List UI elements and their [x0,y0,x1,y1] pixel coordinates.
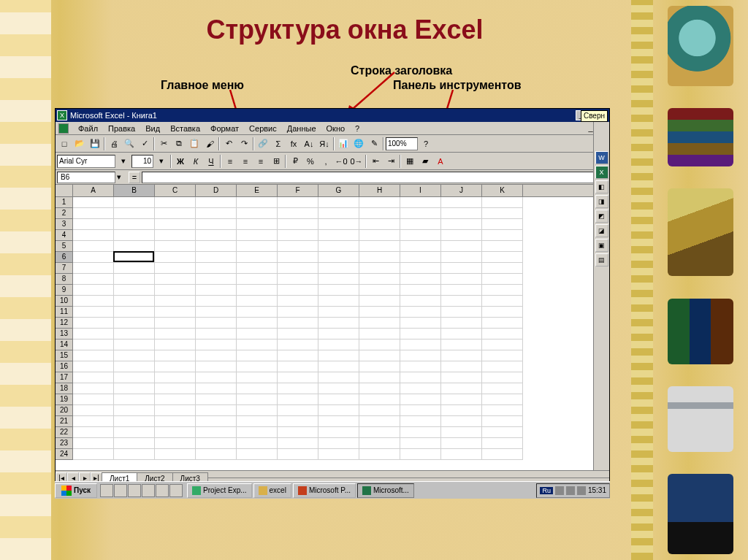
cell-A12[interactable] [73,318,114,329]
cell-F20[interactable] [278,405,318,416]
office-btn-3[interactable]: ◧ [595,180,608,193]
cell-A3[interactable] [73,219,114,230]
cell-F16[interactable] [278,361,318,372]
cell-A9[interactable] [73,285,114,296]
cell-F7[interactable] [278,263,318,274]
cell-A4[interactable] [73,230,114,241]
cell-D1[interactable] [196,197,237,208]
cell-H10[interactable] [359,296,400,307]
col-header-B[interactable]: B [114,185,155,196]
col-header-F[interactable]: F [278,185,318,196]
menu-edit[interactable]: Правка [104,123,139,134]
cell-E22[interactable] [237,427,278,438]
cell-F2[interactable] [278,208,318,219]
font-dropdown-icon[interactable]: ▾ [116,154,131,169]
cell-B18[interactable] [114,383,155,394]
cell-A7[interactable] [73,263,114,274]
row-header-24[interactable]: 24 [56,449,73,460]
name-dropdown-icon[interactable]: ▾ [117,172,127,183]
cell-E19[interactable] [237,394,278,405]
menu-window[interactable]: Окно [323,123,349,134]
cell-D6[interactable] [196,252,237,263]
cell-J12[interactable] [441,318,482,329]
cell-J5[interactable] [441,241,482,252]
cell-G8[interactable] [318,274,359,285]
cell-I6[interactable] [400,252,441,263]
cell-G9[interactable] [318,285,359,296]
cell-J16[interactable] [441,361,482,372]
cell-J17[interactable] [441,372,482,383]
cell-B12[interactable] [114,318,155,329]
paste-icon[interactable]: 📋 [187,137,202,151]
cell-B23[interactable] [114,438,155,449]
cell-B19[interactable] [114,394,155,405]
cell-H16[interactable] [359,361,400,372]
cell-C4[interactable] [155,230,196,241]
cell-E1[interactable] [237,197,278,208]
row-header-23[interactable]: 23 [56,438,73,449]
cell-F15[interactable] [278,350,318,361]
cell-A14[interactable] [73,340,114,350]
task-project[interactable]: Project Exp... [187,483,251,498]
cell-D14[interactable] [196,340,237,350]
col-header-D[interactable]: D [196,185,237,196]
cell-B24[interactable] [114,449,155,460]
cell-I16[interactable] [400,361,441,372]
cell-I19[interactable] [400,394,441,405]
cell-D23[interactable] [196,438,237,449]
cell-C10[interactable] [155,296,196,307]
cell-E24[interactable] [237,449,278,460]
inc-decimal-icon[interactable]: ←0 [334,154,348,169]
cell-H22[interactable] [359,427,400,438]
currency-icon[interactable]: ₽ [288,154,302,169]
cell-I10[interactable] [400,296,441,307]
cell-A17[interactable] [73,372,114,383]
cell-D10[interactable] [196,296,237,307]
cell-F9[interactable] [278,285,318,296]
cell-D20[interactable] [196,405,237,416]
preview-icon[interactable]: 🔍 [122,137,137,151]
cell-A19[interactable] [73,394,114,405]
cell-K1[interactable] [482,197,523,208]
cell-D2[interactable] [196,208,237,219]
cell-J8[interactable] [441,274,482,285]
cell-G22[interactable] [318,427,359,438]
cell-C12[interactable] [155,318,196,329]
cell-F17[interactable] [278,372,318,383]
function-icon[interactable]: fx [286,137,301,151]
cell-H24[interactable] [359,449,400,460]
cell-G4[interactable] [318,230,359,241]
dec-indent-icon[interactable]: ⇤ [368,154,383,169]
menu-file[interactable]: Файл [75,123,102,134]
col-header-J[interactable]: J [441,185,482,196]
cell-D19[interactable] [196,394,237,405]
cell-D5[interactable] [196,241,237,252]
cell-I15[interactable] [400,350,441,361]
office-btn-8[interactable]: ▤ [595,253,608,266]
col-header-C[interactable]: C [155,185,196,196]
word-icon[interactable]: W [595,151,608,164]
cell-J3[interactable] [441,219,482,230]
cell-C14[interactable] [155,340,196,350]
row-header-14[interactable]: 14 [56,340,73,350]
cell-C22[interactable] [155,427,196,438]
cell-D18[interactable] [196,383,237,394]
cell-I20[interactable] [400,405,441,416]
col-header-E[interactable]: E [237,185,278,196]
align-right-icon[interactable]: ≡ [253,154,268,169]
comma-icon[interactable]: , [318,154,333,169]
cell-I17[interactable] [400,372,441,383]
cell-B3[interactable] [114,219,155,230]
cell-G18[interactable] [318,383,359,394]
cell-D22[interactable] [196,427,237,438]
cell-C19[interactable] [155,394,196,405]
cell-J23[interactable] [441,438,482,449]
ql-icon-3[interactable] [128,484,141,497]
zoom-select[interactable]: 100% [386,137,418,150]
task-excel-active[interactable]: Microsoft... [357,483,414,498]
cell-H7[interactable] [359,263,400,274]
cell-C8[interactable] [155,274,196,285]
cell-J19[interactable] [441,394,482,405]
cell-H3[interactable] [359,219,400,230]
cell-A18[interactable] [73,383,114,394]
